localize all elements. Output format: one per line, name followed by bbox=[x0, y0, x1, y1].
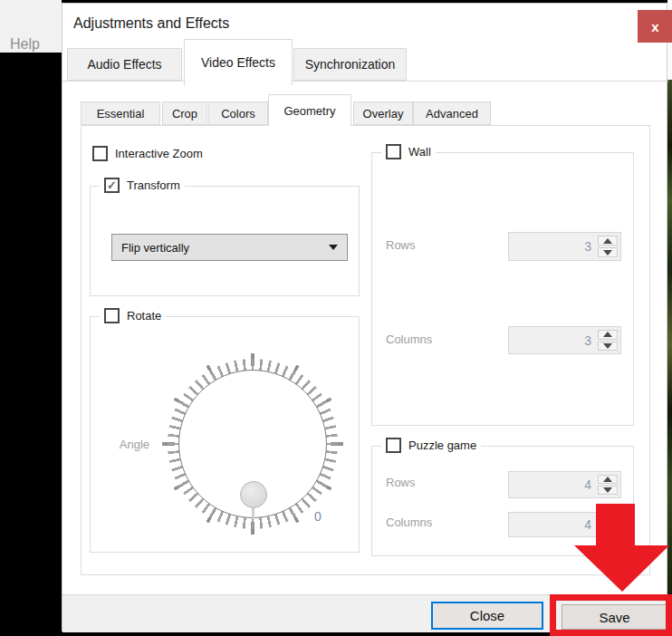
spin-down-icon[interactable] bbox=[598, 525, 618, 534]
screen: Help Adjustments and Effects x Audio Eff… bbox=[0, 0, 672, 636]
background-video-strip bbox=[667, 80, 672, 631]
spin-up-icon[interactable] bbox=[598, 516, 618, 524]
transform-checkbox[interactable]: ✓ bbox=[104, 178, 120, 193]
wall-group-label: Wall bbox=[381, 144, 436, 159]
puzzle-columns-spinbox[interactable]: 4 bbox=[508, 512, 621, 537]
subtab-colors[interactable]: Colors bbox=[208, 101, 268, 125]
rotate-label: Rotate bbox=[127, 309, 161, 323]
transform-label: Transform bbox=[127, 178, 180, 192]
subtab-advanced[interactable]: Advanced bbox=[413, 101, 491, 125]
wall-rows-spinbox[interactable]: 3 bbox=[508, 232, 621, 261]
puzzle-game-group: Puzzle game Rows 4 Columns 4 bbox=[371, 446, 634, 556]
interactive-zoom-label: Interactive Zoom bbox=[115, 147, 203, 160]
rotate-checkbox[interactable] bbox=[104, 308, 120, 323]
spin-down-icon[interactable] bbox=[598, 486, 618, 495]
dialog-title: Adjustments and Effects bbox=[73, 15, 229, 32]
puzzle-rows-value: 4 bbox=[584, 477, 591, 492]
transform-group-label: ✓ Transform bbox=[100, 178, 185, 193]
help-menu-item[interactable]: Help bbox=[10, 36, 40, 53]
wall-checkbox[interactable] bbox=[386, 144, 401, 159]
transform-dropdown[interactable]: Flip vertically bbox=[111, 234, 348, 261]
angle-dial[interactable] bbox=[162, 353, 343, 535]
interactive-zoom-checkbox[interactable] bbox=[92, 146, 108, 161]
wall-group: Wall Rows 3 Columns 3 bbox=[371, 152, 634, 426]
wall-columns-spinbox[interactable]: 3 bbox=[508, 326, 621, 354]
wall-columns-value: 3 bbox=[584, 333, 591, 348]
chevron-down-icon bbox=[329, 245, 338, 250]
subtab-overlay[interactable]: Overlay bbox=[353, 101, 413, 125]
tab-synchronization[interactable]: Synchronization bbox=[293, 48, 407, 81]
tab-video-effects[interactable]: Video Effects bbox=[184, 39, 293, 85]
save-button[interactable]: Save bbox=[562, 604, 667, 630]
puzzle-rows-label: Rows bbox=[386, 476, 416, 489]
rotate-group: Rotate Angle 0 bbox=[90, 316, 360, 553]
spin-up-icon[interactable] bbox=[598, 236, 618, 246]
checkmark-icon: ✓ bbox=[107, 179, 117, 191]
puzzle-checkbox[interactable] bbox=[386, 438, 401, 453]
tab-audio-effects[interactable]: Audio Effects bbox=[67, 48, 182, 81]
wall-rows-value: 3 bbox=[584, 239, 591, 254]
tab-divider bbox=[62, 81, 668, 82]
wall-rows-label: Rows bbox=[386, 238, 416, 252]
puzzle-columns-value: 4 bbox=[584, 517, 591, 532]
interactive-zoom-row: Interactive Zoom bbox=[92, 146, 203, 161]
rotate-group-label: Rotate bbox=[100, 308, 166, 323]
subtab-crop[interactable]: Crop bbox=[162, 101, 207, 125]
spin-up-icon[interactable] bbox=[598, 330, 618, 340]
spin-down-icon[interactable] bbox=[598, 247, 618, 257]
close-icon[interactable]: x bbox=[638, 10, 672, 43]
subtab-essential[interactable]: Essential bbox=[81, 101, 160, 125]
transform-dropdown-value: Flip vertically bbox=[121, 241, 189, 255]
angle-value: 0 bbox=[314, 509, 322, 524]
puzzle-group-label: Puzzle game bbox=[381, 438, 481, 453]
wall-columns-label: Columns bbox=[386, 332, 432, 346]
puzzle-rows-spinbox[interactable]: 4 bbox=[508, 471, 621, 498]
wall-label: Wall bbox=[408, 145, 431, 159]
background-menubar: Help bbox=[0, 0, 62, 53]
puzzle-label: Puzzle game bbox=[408, 438, 476, 452]
close-button[interactable]: Close bbox=[431, 602, 543, 630]
spin-down-icon[interactable] bbox=[598, 342, 618, 352]
geometry-panel: Interactive Zoom ✓ Transform Flip vertic… bbox=[81, 125, 650, 575]
dial-knob[interactable] bbox=[240, 481, 267, 508]
subtab-geometry[interactable]: Geometry bbox=[268, 94, 351, 126]
transform-group: ✓ Transform Flip vertically bbox=[90, 186, 360, 296]
puzzle-columns-label: Columns bbox=[386, 516, 432, 529]
spin-up-icon[interactable] bbox=[598, 475, 618, 484]
angle-label: Angle bbox=[100, 438, 149, 451]
adjustments-effects-dialog: Adjustments and Effects x Audio Effects … bbox=[62, 3, 667, 631]
